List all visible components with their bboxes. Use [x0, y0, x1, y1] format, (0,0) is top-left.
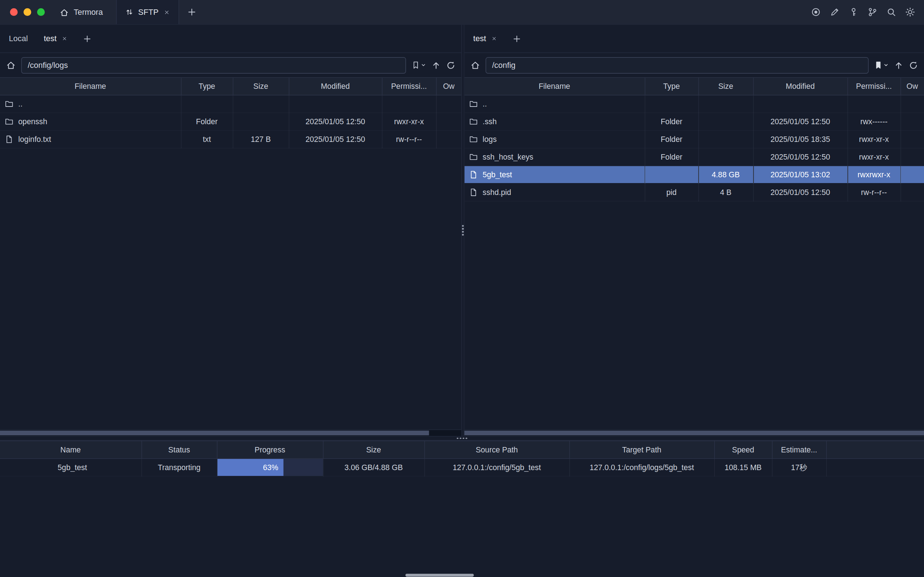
close-tab-icon[interactable]	[62, 36, 67, 42]
zoom-window-button[interactable]	[37, 8, 45, 16]
file-name-cell: .ssh	[464, 113, 645, 131]
file-row[interactable]: sshd.pid pid 4 B 2025/01/05 12:50 rw-r--…	[464, 184, 924, 201]
tab-termora-home[interactable]: Termora	[60, 7, 103, 17]
file-permissions	[847, 95, 900, 113]
col-type[interactable]: Type	[645, 77, 698, 95]
path-input[interactable]	[21, 57, 406, 73]
transfer-progress-cell: 63%	[217, 459, 323, 476]
transfer-row[interactable]: 5gb_test Transporting 63% 3.06 GB/4.88 G…	[0, 459, 924, 476]
refresh-icon[interactable]	[909, 60, 918, 70]
record-icon[interactable]	[811, 7, 821, 17]
pane-splitter[interactable]	[461, 25, 464, 436]
file-row[interactable]: ..	[0, 95, 461, 113]
file-row[interactable]: ..	[464, 95, 924, 113]
transfer-list-empty-area	[0, 477, 924, 577]
file-type: Folder	[645, 131, 698, 148]
folder-icon	[469, 100, 478, 108]
file-name: sshd.pid	[482, 188, 511, 197]
col-permissions[interactable]: Permissi...	[847, 77, 900, 95]
refresh-icon[interactable]	[446, 60, 455, 70]
left-pane-tabs: Local test	[0, 25, 461, 53]
parent-directory-icon[interactable]	[431, 60, 441, 70]
file-row[interactable]: openssh Folder 2025/01/05 12:50 rwxr-xr-…	[0, 113, 461, 131]
file-size	[698, 131, 753, 148]
bookmark-filled-icon[interactable]	[874, 61, 882, 69]
col-size[interactable]: Size	[323, 441, 424, 459]
file-modified: 2025/01/05 12:50	[289, 131, 382, 148]
minimize-window-button[interactable]	[24, 8, 31, 16]
col-status[interactable]: Status	[142, 441, 217, 459]
scrollbar-thumb[interactable]	[464, 431, 924, 435]
col-filename[interactable]: Filename	[464, 77, 645, 95]
col-speed[interactable]: Speed	[714, 441, 772, 459]
home-directory-icon[interactable]	[6, 60, 16, 70]
new-tab-button[interactable]	[187, 8, 196, 16]
col-modified[interactable]: Modified	[753, 77, 847, 95]
file-permissions: rw-r--r--	[847, 184, 900, 201]
file-modified: 2025/01/05 13:02	[753, 166, 847, 184]
file-row[interactable]: .ssh Folder 2025/01/05 12:50 rwx------	[464, 113, 924, 131]
file-row[interactable]: loginfo.txt txt 127 B 2025/01/05 12:50 r…	[0, 131, 461, 148]
col-size[interactable]: Size	[698, 77, 753, 95]
folder-icon	[5, 100, 13, 108]
file-modified: 2025/01/05 12:50	[753, 113, 847, 131]
progress-bar: 63%	[217, 459, 323, 476]
file-permissions: rwxr-xr-x	[382, 113, 436, 131]
file-permissions: rwx------	[847, 113, 900, 131]
close-tab-icon[interactable]	[491, 36, 497, 42]
folder-icon	[5, 118, 13, 126]
close-window-button[interactable]	[10, 8, 18, 16]
bottom-scrollbar-thumb[interactable]	[405, 574, 474, 576]
settings-icon[interactable]	[905, 7, 915, 17]
col-owner[interactable]: Ow	[436, 77, 461, 95]
chevron-down-icon[interactable]	[421, 63, 426, 68]
add-tab-button[interactable]	[83, 34, 91, 43]
tab-test[interactable]: test	[44, 34, 67, 43]
file-row[interactable]: logs Folder 2025/01/05 18:35 rwxr-xr-x	[464, 131, 924, 148]
col-target-path[interactable]: Target Path	[569, 441, 714, 459]
transfer-estimate: 17秒	[772, 459, 826, 476]
transfer-panel: Name Status Progress Size Source Path Ta…	[0, 440, 924, 577]
key-icon[interactable]	[848, 7, 859, 17]
col-source-path[interactable]: Source Path	[424, 441, 569, 459]
col-modified[interactable]: Modified	[289, 77, 382, 95]
chevron-down-icon[interactable]	[883, 63, 889, 68]
horizontal-scrollbar[interactable]	[0, 429, 461, 436]
bookmark-icon[interactable]	[411, 61, 420, 69]
scrollbar-thumb[interactable]	[0, 431, 429, 435]
col-progress[interactable]: Progress	[217, 441, 323, 459]
tab-sftp[interactable]: SFTP	[116, 0, 179, 24]
file-modified: 2025/01/05 12:50	[753, 148, 847, 166]
parent-directory-icon[interactable]	[894, 60, 903, 70]
folder-icon	[469, 135, 478, 144]
col-permissions[interactable]: Permissi...	[382, 77, 436, 95]
edit-icon[interactable]	[830, 7, 840, 17]
col-estimate[interactable]: Estimate...	[772, 441, 826, 459]
col-name[interactable]: Name	[0, 441, 142, 459]
file-name-cell: ssh_host_keys	[464, 148, 645, 166]
file-size	[698, 148, 753, 166]
file-row[interactable]: ssh_host_keys Folder 2025/01/05 12:50 rw…	[464, 148, 924, 166]
transfer-panel-splitter[interactable]	[0, 436, 924, 440]
tab-local[interactable]: Local	[9, 34, 28, 43]
file-name-cell: sshd.pid	[464, 184, 645, 201]
branch-icon[interactable]	[867, 7, 877, 17]
horizontal-scrollbar[interactable]	[464, 429, 924, 436]
home-directory-icon[interactable]	[470, 60, 481, 70]
file-owner	[900, 131, 924, 148]
file-name-cell: ..	[0, 95, 181, 113]
search-icon[interactable]	[887, 7, 897, 17]
col-filename[interactable]: Filename	[0, 77, 181, 95]
close-tab-icon[interactable]	[164, 9, 170, 15]
col-owner[interactable]: Ow	[900, 77, 924, 95]
path-input[interactable]	[485, 57, 868, 73]
file-type	[645, 166, 698, 184]
col-size[interactable]: Size	[233, 77, 289, 95]
tab-test[interactable]: test	[473, 34, 497, 43]
col-type[interactable]: Type	[181, 77, 233, 95]
add-tab-button[interactable]	[513, 34, 521, 43]
folder-icon	[469, 118, 478, 126]
file-type: Folder	[645, 148, 698, 166]
file-row-selected[interactable]: 5gb_test 4.88 GB 2025/01/05 13:02 rwxrwx…	[464, 166, 924, 184]
file-type: Folder	[181, 113, 233, 131]
